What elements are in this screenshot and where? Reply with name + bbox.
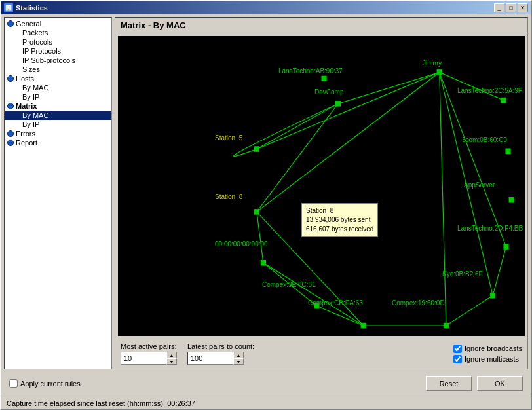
sidebar-item-protocols[interactable]: Protocols	[5, 37, 111, 47]
svg-line-8	[440, 72, 446, 326]
node-station8: Station_8	[215, 193, 242, 200]
svg-line-13	[316, 306, 363, 326]
svg-rect-24	[509, 197, 514, 203]
svg-rect-26	[503, 244, 508, 250]
dot-icon	[7, 103, 14, 109]
svg-rect-17	[322, 76, 327, 82]
most-active-pairs-group: Most active pairs: ▲ ▼	[121, 343, 177, 365]
svg-line-1	[257, 103, 338, 149]
content-panel: Matrix - By MAC	[115, 17, 528, 369]
tooltip-title: Station_8	[306, 206, 373, 215]
sidebar-item-by-mac-hosts[interactable]: By MAC	[5, 83, 111, 92]
minimize-button[interactable]: _	[494, 3, 504, 12]
window-title: Statistics	[16, 4, 48, 12]
ignore-multicasts-label: Ignore multicasts	[465, 355, 519, 363]
svg-line-14	[493, 247, 506, 296]
sidebar-item-ip-protocols[interactable]: IP Protocols	[5, 47, 111, 56]
node-zeros: 00:00:00:00:00:00	[215, 240, 268, 248]
latest-pairs-down[interactable]: ▼	[233, 358, 244, 365]
sidebar-item-errors[interactable]: Errors	[5, 129, 111, 138]
svg-line-5	[440, 72, 504, 100]
ok-button[interactable]: OK	[477, 376, 523, 391]
latest-pairs-spinner-btns: ▲ ▼	[233, 352, 244, 365]
title-bar-text: 📊 Statistics	[4, 3, 48, 12]
sidebar-item-matrix[interactable]: Matrix	[5, 102, 111, 111]
node-lans-2d: LansTechno:2D:F4:BB	[457, 225, 523, 232]
sidebar-item-report[interactable]: Report	[5, 138, 111, 147]
svg-rect-23	[254, 209, 259, 215]
ignore-broadcasts-label: Ignore broadcasts	[465, 345, 522, 352]
most-active-pairs-spinner-btns: ▲ ▼	[166, 352, 177, 365]
tooltip-bytes-received: 616,607 bytes received	[306, 225, 373, 234]
controls-area: Most active pairs: ▲ ▼ Latest pairs to c…	[115, 339, 527, 369]
maximize-button[interactable]: □	[506, 3, 516, 12]
svg-rect-29	[361, 323, 366, 329]
most-active-pairs-spinner: ▲ ▼	[121, 352, 177, 365]
node-lans-ab: LansTechno:AB:90:37	[278, 67, 343, 75]
node-devcomp: DevComp	[314, 88, 343, 96]
sidebar-item-ip-sub-protocols[interactable]: IP Sub-protocols	[5, 56, 111, 65]
ignore-broadcasts-row: Ignore broadcasts	[453, 345, 522, 353]
bottom-buttons: Reset OK	[426, 376, 523, 391]
svg-line-2	[257, 72, 440, 212]
sidebar-item-packets[interactable]: Packets	[5, 28, 111, 37]
checkboxes-area: Ignore broadcasts Ignore multicasts	[453, 345, 522, 363]
most-active-pairs-label: Most active pairs:	[121, 343, 177, 350]
dot-icon	[7, 20, 14, 27]
svg-line-6	[257, 212, 263, 263]
most-active-pairs-down[interactable]: ▼	[166, 358, 177, 365]
node-lans-2c: LansTechno:2C:5A:9F	[457, 87, 522, 94]
node-appserver: AppServer	[464, 181, 495, 189]
most-active-pairs-input[interactable]	[121, 352, 166, 365]
sidebar-item-by-mac[interactable]: By MAC	[5, 111, 111, 120]
status-bar: Capture time elapsed since last reset (h…	[1, 398, 531, 409]
svg-rect-21	[254, 146, 259, 152]
node-compex-3e: Compex:3E:8C:81	[262, 281, 316, 288]
dot-icon	[7, 75, 14, 82]
close-button[interactable]: ✕	[518, 3, 528, 12]
svg-rect-18	[437, 69, 442, 75]
status-text: Capture time elapsed since last reset (h…	[7, 400, 195, 407]
sidebar-item-general[interactable]: General	[5, 19, 111, 28]
svg-rect-28	[490, 293, 495, 299]
sidebar-item-by-ip[interactable]: By IP	[5, 120, 111, 129]
ignore-broadcasts-checkbox[interactable]	[453, 345, 462, 353]
graph-area: LansTechno:AB:90:37 Jimmy DevComp LansTe…	[118, 36, 525, 336]
node-jimmy: Jimmy	[423, 60, 442, 67]
content-header: Matrix - By MAC	[115, 18, 527, 33]
svg-rect-22	[505, 148, 510, 154]
sidebar-item-sizes[interactable]: Sizes	[5, 65, 111, 74]
title-bar: 📊 Statistics _ □ ✕	[1, 1, 531, 14]
node-compex-cb: Compex:CB:EA:63	[308, 299, 363, 307]
window-body: General Packets Protocols IP Protocols I…	[1, 14, 531, 398]
svg-line-0	[257, 72, 440, 149]
svg-rect-30	[444, 323, 449, 329]
bottom-bar: Apply current rules Reset OK	[4, 372, 528, 395]
most-active-pairs-up[interactable]: ▲	[166, 352, 177, 358]
dot-icon	[7, 130, 14, 137]
apply-rules-label: Apply current rules	[20, 380, 81, 388]
svg-line-11	[446, 295, 493, 326]
statistics-window: 📊 Statistics _ □ ✕ General Packets	[0, 0, 532, 410]
svg-line-10	[440, 72, 506, 246]
node-kye: Kye:0B:B2:6E	[442, 270, 483, 278]
reset-button[interactable]: Reset	[426, 376, 472, 391]
sidebar-item-hosts[interactable]: Hosts	[5, 74, 111, 83]
title-bar-controls: _ □ ✕	[494, 3, 528, 12]
latest-pairs-group: Latest pairs to count: ▲ ▼	[187, 343, 254, 365]
svg-rect-19	[335, 101, 341, 107]
latest-pairs-input[interactable]	[187, 352, 233, 365]
dot-icon	[7, 140, 14, 146]
latest-pairs-label: Latest pairs to count:	[187, 343, 254, 350]
sidebar-item-by-ip-hosts[interactable]: By IP	[5, 92, 111, 102]
apply-rules-checkbox[interactable]	[9, 379, 18, 388]
latest-pairs-spinner: ▲ ▼	[187, 352, 254, 365]
ignore-multicasts-row: Ignore multicasts	[453, 355, 522, 363]
apply-rules-area: Apply current rules	[9, 379, 81, 388]
svg-rect-20	[501, 98, 506, 103]
ignore-multicasts-checkbox[interactable]	[453, 355, 462, 363]
node-station5: Station_5	[215, 134, 242, 141]
sidebar: General Packets Protocols IP Protocols I…	[4, 17, 112, 369]
latest-pairs-up[interactable]: ▲	[233, 352, 244, 358]
tooltip-bytes-sent: 13,934,006 bytes sent	[306, 215, 373, 225]
